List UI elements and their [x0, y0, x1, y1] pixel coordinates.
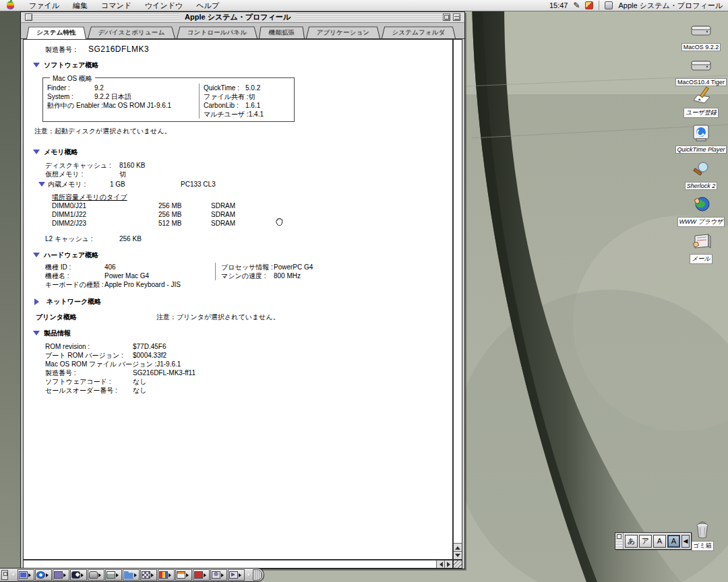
section-title: ハードウェア概略 [44, 251, 98, 259]
input-mode-button[interactable]: ◀ [681, 535, 690, 548]
desktop-icon-www-browser[interactable]: WWW ブラウザ [669, 194, 728, 227]
field-label: Finder : [47, 84, 94, 92]
input-method-pencil-icon[interactable]: ✎ [573, 1, 580, 9]
color-depth-module[interactable] [158, 569, 175, 581]
file-sharing-module[interactable] [123, 569, 140, 581]
disclosure-triangle-collapsed-icon[interactable] [34, 298, 42, 305]
close-button[interactable] [25, 13, 32, 21]
serial-label: 製造番号： [45, 45, 88, 54]
module-icon [142, 571, 150, 579]
scroll-down-button[interactable] [454, 551, 462, 559]
field-value: 406 [104, 263, 116, 271]
field-value: 256 KB [119, 234, 142, 243]
module-popup-arrow-icon [116, 573, 121, 577]
volume-module[interactable] [228, 569, 245, 581]
hardware-section-header: ハードウェア概略 [33, 249, 447, 261]
zoom-button[interactable] [443, 13, 450, 21]
palette-drag-handle[interactable] [615, 533, 624, 549]
size-cell: 256 MB [158, 210, 211, 219]
desktop-pattern-module[interactable] [140, 569, 157, 581]
tab[interactable]: 機能拡張 [259, 26, 305, 38]
field-value: Mac OS ROM J1-9.6.1 [103, 101, 171, 110]
application-menu-title[interactable]: Apple システム・プロフィール [618, 1, 723, 11]
field-row: 製造番号 : SG216DFL-MK3-ff11 [45, 368, 447, 377]
menu-item[interactable]: ウインドウ [138, 0, 189, 11]
size-cell: 512 MB [158, 219, 211, 228]
field-label: 仮想メモリ : [45, 170, 119, 179]
module-icon [124, 571, 133, 579]
printer-selector-module[interactable] [53, 569, 69, 581]
tab[interactable]: デバイスとボリューム [88, 26, 175, 38]
field-label: マシンの速度 : [221, 271, 274, 280]
menu-item[interactable]: ヘルプ [189, 0, 226, 11]
resize-grip[interactable] [453, 560, 462, 569]
menu-clock[interactable]: 15:47 [549, 1, 568, 9]
input-mode-button[interactable]: ア [639, 535, 652, 548]
tab[interactable]: コントロールパネル [177, 26, 257, 38]
field-value: 1.6.1 [245, 101, 260, 110]
kotoeri-input-module[interactable] [193, 569, 210, 581]
field-value: なし [133, 377, 146, 386]
menu-bar: ファイル編集コマンドウインドウヘルプ 15:47 ✎ Apple システム・プロ… [0, 0, 728, 11]
desktop-icon-macos104-disk[interactable]: MacOS10.4 Tiger [669, 55, 728, 86]
disclosure-triangle-icon[interactable] [33, 150, 40, 158]
scroll-left-button[interactable] [436, 560, 444, 568]
table-header: 容量 [65, 193, 79, 201]
input-mode-button[interactable]: A [667, 535, 680, 548]
disclosure-triangle-icon[interactable] [38, 182, 45, 190]
field-row: キーボードの種類 : Apple Pro Keyboard - JIS [45, 280, 447, 289]
desktop-icon-macos9-disk[interactable]: MacOS 9.2.2 [669, 20, 728, 51]
field-row: Mac OS ROM ファイル バージョン : J1-9.6.1 [45, 360, 447, 368]
vertical-scrollbar[interactable] [453, 39, 462, 560]
menu-item[interactable]: コマンド [94, 0, 138, 11]
memory-section-header: メモリ概略 [33, 146, 447, 158]
module-icon [89, 571, 98, 579]
scroll-up-button[interactable] [454, 543, 462, 551]
apple-menu-icon[interactable] [7, 1, 14, 9]
profiler-app-icon[interactable] [605, 1, 613, 9]
module-icon [107, 571, 115, 579]
menu-item[interactable]: 編集 [66, 0, 94, 11]
input-mode-button[interactable]: A [653, 535, 666, 548]
quicktime-module[interactable] [35, 569, 52, 581]
disclosure-triangle-icon[interactable] [33, 331, 40, 339]
collapse-button[interactable] [453, 13, 460, 21]
open-hand-cursor [274, 217, 285, 228]
menubar-divider [599, 1, 599, 10]
slot-cell: DIMM2/J23 [52, 219, 158, 228]
desktop-icon-mail[interactable]: メール [669, 231, 728, 264]
input-mode-button[interactable]: あ [625, 535, 638, 548]
control-strip[interactable] [0, 568, 264, 582]
serial-number-row: 製造番号： SG216DFLMK3 [45, 45, 447, 54]
monitor-settings-module[interactable] [18, 569, 34, 581]
control-strip-end-box[interactable] [1, 570, 8, 580]
disclosure-triangle-icon[interactable] [33, 63, 40, 71]
tab[interactable]: アプリケーション [306, 26, 380, 38]
field-value: $77D.45F6 [133, 342, 166, 351]
tab[interactable]: システム特性 [26, 27, 86, 39]
field-value: 1.4.1 [249, 110, 264, 119]
field-value: SG216DFL-MK3-ff11 [133, 368, 195, 377]
type-cell: SDRAM [211, 219, 235, 228]
control-strip-dimple [247, 573, 251, 577]
menu-item[interactable]: ファイル [22, 0, 66, 11]
disclosure-triangle-icon[interactable] [33, 253, 40, 261]
energy-saver-module[interactable] [70, 569, 87, 581]
desktop-icon-quicktime-player[interactable]: QuickTime Player [669, 123, 728, 154]
control-strip-tab-handle[interactable] [253, 569, 262, 581]
printing-module[interactable] [105, 569, 122, 581]
palette-close-button[interactable] [617, 534, 621, 539]
field-value: 1 GB [110, 180, 181, 189]
startup-disk-note: 注意：起動ディスクが選択されていません。 [34, 127, 447, 135]
sound-input-module[interactable] [210, 569, 227, 581]
input-method-palette[interactable]: あアAA◀ [615, 532, 692, 550]
desktop-icon-user-registration[interactable]: ユーザ登録 [669, 85, 728, 118]
desktop-icon-sherlock[interactable]: Sherlock 2 [669, 159, 728, 190]
keychain-lock-module[interactable] [88, 569, 104, 581]
window-title-bar[interactable]: Apple システム・プロフィール [21, 12, 464, 23]
scroll-right-button[interactable] [444, 560, 452, 568]
app-switcher-module[interactable] [175, 569, 192, 581]
tab[interactable]: システムフォルダ [382, 26, 456, 38]
application-icon[interactable] [585, 1, 593, 9]
desktop-icon-label: ユーザ登録 [684, 108, 718, 118]
